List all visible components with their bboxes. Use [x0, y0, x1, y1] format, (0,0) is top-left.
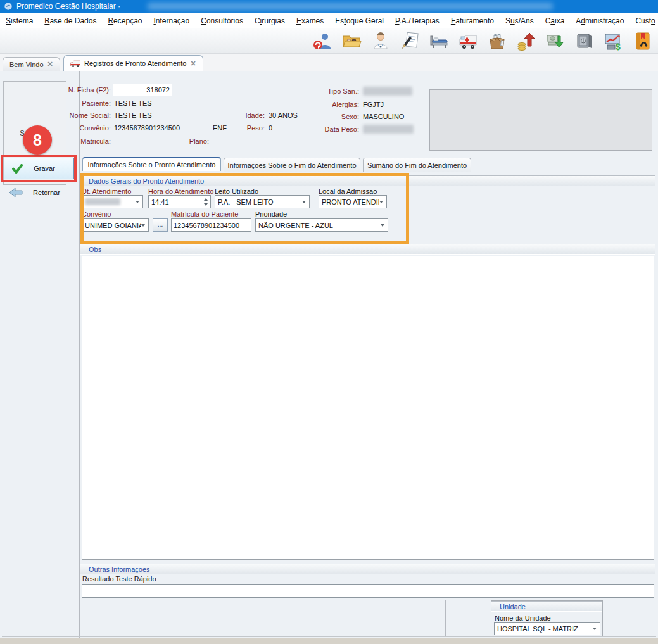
tipo-san-label: Tipo San.: [304, 87, 359, 95]
ambulance-icon [70, 60, 80, 67]
safe-icon[interactable] [573, 30, 596, 52]
alergias-value: FGJTJ [363, 101, 384, 108]
phone-book-icon[interactable] [631, 30, 654, 52]
menu-item-exames[interactable]: Exames [291, 14, 329, 28]
plano-label: Plano: [184, 137, 209, 145]
menu-item-administracao[interactable]: Administração [570, 14, 630, 28]
close-icon[interactable]: ✕ [190, 60, 196, 68]
sexo-value: MASCULINO [363, 113, 404, 120]
chevron-down-icon [302, 201, 306, 203]
matricula-paciente-input[interactable] [171, 218, 251, 232]
check-icon [12, 164, 23, 174]
local-admissao-combo[interactable]: PRONTO ATENDIMEI [319, 195, 387, 208]
nome-social-label: Nome Social: [54, 111, 111, 119]
nome-unidade-combo[interactable]: HOSPITAL SQL - MATRIZ [494, 622, 600, 635]
tab-informacoes-pronto-atendimento[interactable]: Informações Sobre o Pronto Atendimento [82, 157, 221, 171]
menu-item-recepcao[interactable]: Recepção [102, 14, 148, 28]
sexo-label: Sexo: [304, 113, 359, 120]
menu-item-internacao[interactable]: Internação [148, 14, 195, 28]
enf-value: ENF [213, 124, 227, 132]
pharmacy-stock-icon[interactable] [486, 30, 509, 52]
dt-atendimento-combo[interactable] [82, 195, 143, 208]
revenue-up-icon[interactable] [515, 30, 538, 52]
convenio-header-label: Convênio: [60, 124, 111, 132]
menu-item-consultorios[interactable]: Consultórios [195, 14, 249, 28]
matricula-paciente-label: Matrícula do Paciente [171, 210, 238, 218]
step-badge: 8 [23, 125, 52, 155]
tab-informacoes-fim-atendimento[interactable]: Informações Sobre o Fim do Atendimento [224, 158, 360, 172]
menu-item-estoque-geral[interactable]: Estoque Geral [329, 14, 389, 28]
redacted-tipo-san-value [363, 87, 412, 96]
close-icon[interactable]: ✕ [47, 60, 53, 68]
paciente-value: TESTE TES [114, 99, 152, 107]
arrow-left-icon [9, 187, 23, 198]
redacted-title-text [148, 3, 553, 10]
tab-registros-pronto-atendimento[interactable]: Registros de Pronto Atendimento ✕ [63, 55, 203, 71]
spinner-arrows-icon[interactable] [204, 198, 208, 206]
convenio-label: Convênio [82, 210, 111, 218]
convenio-combo[interactable]: UNIMED GOIANIA [82, 218, 149, 232]
convenio-browse-button[interactable]: ... [153, 218, 168, 232]
menu-item-faturamento[interactable]: Faturamento [445, 14, 500, 28]
status-bar [0, 638, 658, 644]
ambulance-icon[interactable] [457, 30, 479, 52]
group-obs: Obs [80, 244, 655, 255]
nome-unidade-label: Nome da Unidade [495, 614, 551, 622]
return-button[interactable]: Retornar [4, 183, 74, 202]
peso-value: 0 [269, 124, 272, 132]
menu-item-caixa[interactable]: Caixa [540, 14, 571, 28]
divider [445, 600, 446, 636]
unidade-panel: Unidade Nome da Unidade HOSPITAL SQL - M… [491, 600, 603, 636]
tab-sumario-fim-atendimento[interactable]: Sumário do Fim do Atendimento [363, 158, 471, 172]
document-pen-icon[interactable] [398, 30, 421, 52]
group-dados-gerais: Dados Gerais do Pronto Atendimento [80, 175, 655, 186]
tab-bem-vindo[interactable]: Bem Vindo ✕ [3, 57, 60, 71]
prioridade-label: Prioridade [255, 210, 287, 218]
document-tab-strip: Bem Vindo ✕ Registros de Pronto Atendime… [0, 54, 658, 72]
hospital-bed-icon[interactable] [427, 30, 450, 52]
window-title: Promedico Gestão Hospitalar · [16, 2, 120, 11]
doctor-icon[interactable] [369, 30, 392, 52]
local-admissao-label: Local da Admissão [319, 187, 377, 195]
sidebar-divider [79, 71, 80, 638]
resultado-teste-rapido-label: Resultado Teste Rápido [82, 575, 156, 583]
menu-item-sus-ans[interactable]: Sus/Ans [500, 14, 540, 28]
save-button[interactable]: Gravar [4, 158, 74, 179]
idade-label: Idade: [234, 111, 265, 119]
menu-item-sistema[interactable]: Sistema [0, 14, 39, 28]
patients-folder-icon[interactable] [340, 30, 363, 52]
hora-atendimento-spinner[interactable]: 14:41 [148, 195, 211, 208]
paciente-label: Paciente: [60, 99, 111, 107]
promedico-window: Promedico Gestão Hospitalar · Sistema Ba… [0, 0, 658, 644]
divider [2, 636, 656, 637]
prioridade-combo[interactable]: NÃO URGENTE - AZUL [255, 218, 388, 232]
dt-atendimento-label: Dt. Atendimento [82, 187, 131, 195]
idade-value: 30 ANOS [269, 111, 298, 119]
money-receive-icon[interactable] [544, 30, 567, 52]
sync-patient-icon[interactable] [311, 30, 334, 52]
finance-chart-icon[interactable]: $ [602, 30, 625, 52]
menu-item-cirurgias[interactable]: Cirurgias [249, 14, 291, 28]
resultado-teste-rapido-input[interactable] [82, 584, 654, 598]
menu-item-custo[interactable]: Custo [630, 14, 658, 28]
patient-photo-panel [429, 89, 652, 151]
menu-item-pa-terapias[interactable]: P.A./Terapias [389, 14, 445, 28]
data-peso-label: Data Peso: [304, 125, 359, 133]
peso-label: Peso: [239, 124, 265, 132]
obs-textarea[interactable] [82, 256, 654, 560]
ficha-label: N. Ficha (F2): [60, 86, 111, 94]
app-logo-icon [4, 2, 13, 11]
chevron-down-icon [141, 224, 145, 227]
matricula-header-label: Matricula: [60, 137, 111, 145]
chevron-down-icon [381, 224, 384, 227]
group-unidade: Unidade [491, 601, 602, 612]
redacted-data-peso-value [363, 125, 414, 134]
svg-text:$: $ [616, 42, 621, 51]
chevron-down-icon [136, 201, 139, 203]
leito-utilizado-combo[interactable]: P.A. - SEM LEITO [215, 195, 310, 208]
ficha-input[interactable] [113, 84, 172, 96]
redacted-dt-value [85, 198, 120, 205]
hora-atendimento-label: Hora do Atendimento [148, 187, 213, 195]
menu-item-base-de-dados[interactable]: Base de Dados [39, 14, 102, 28]
group-outras-informacoes: Outras Informações [80, 564, 655, 574]
